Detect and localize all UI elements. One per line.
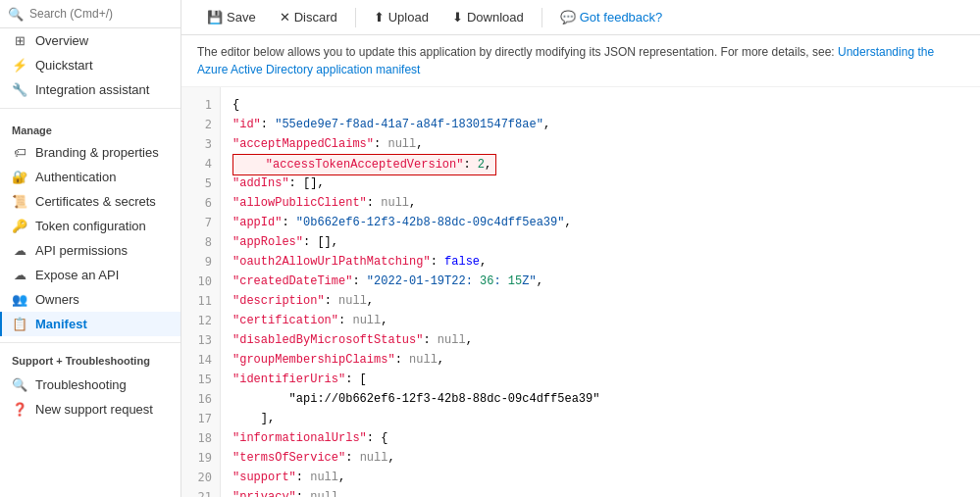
expose-icon: ☁ <box>12 268 27 282</box>
sidebar-item-new-support[interactable]: ❓ New support request <box>0 397 181 422</box>
feedback-icon: 💬 <box>560 10 576 25</box>
toolbar-divider <box>355 8 356 27</box>
sidebar-item-label: Manifest <box>35 317 87 331</box>
integration-icon: 🔧 <box>12 82 27 97</box>
sidebar-item-troubleshooting[interactable]: 🔍 Troubleshooting <box>0 373 181 397</box>
sidebar-item-integration[interactable]: 🔧 Integration assistant <box>0 77 181 102</box>
owners-icon: 👥 <box>12 292 27 307</box>
sidebar-item-token[interactable]: 🔑 Token configuration <box>0 214 181 238</box>
search-icon: 🔍 <box>8 7 24 22</box>
save-icon: 💾 <box>207 10 223 25</box>
feedback-button[interactable]: 💬 Got feedback? <box>550 6 673 28</box>
description-bar: The editor below allows you to update th… <box>181 35 980 87</box>
search-bar[interactable]: 🔍 » <box>0 0 181 28</box>
sidebar-item-authentication[interactable]: 🔐 Authentication <box>0 165 181 189</box>
sidebar-item-overview[interactable]: ⊞ Overview <box>0 28 181 53</box>
sidebar-item-label: API permissions <box>35 243 128 258</box>
sidebar-item-owners[interactable]: 👥 Owners <box>0 287 181 312</box>
upload-icon: ⬆ <box>374 10 385 25</box>
support-section-header: Support + Troubleshooting <box>0 349 181 373</box>
download-button[interactable]: ⬇ Download <box>442 6 534 28</box>
discard-button[interactable]: ✕ Discard <box>270 6 347 28</box>
line-numbers: 1234567891011121314151617181920212223242… <box>181 87 221 497</box>
divider <box>0 108 181 109</box>
toolbar: 💾 Save ✕ Discard ⬆ Upload ⬇ Download 💬 G… <box>181 0 980 35</box>
upload-button[interactable]: ⬆ Upload <box>364 6 438 28</box>
search-input[interactable] <box>29 7 177 21</box>
overview-icon: ⊞ <box>12 33 27 48</box>
branding-icon: 🏷 <box>12 145 27 160</box>
sidebar-item-api-permissions[interactable]: ☁ API permissions <box>0 238 181 263</box>
sidebar-item-label: Authentication <box>35 170 116 184</box>
code-editor[interactable]: { "id": "55ede9e7-f8ad-41a7-a84f-1830154… <box>221 87 980 497</box>
sidebar-item-certificates[interactable]: 📜 Certificates & secrets <box>0 189 181 214</box>
troubleshoot-icon: 🔍 <box>12 377 27 392</box>
sidebar-item-label: Integration assistant <box>35 82 149 97</box>
sidebar: 🔍 » ⊞ Overview ⚡ Quickstart 🔧 Integratio… <box>0 0 181 497</box>
cert-icon: 📜 <box>12 194 27 209</box>
sidebar-item-expose-api[interactable]: ☁ Expose an API <box>0 263 181 287</box>
editor-area: 1234567891011121314151617181920212223242… <box>181 87 980 497</box>
sidebar-item-label: Branding & properties <box>35 145 159 160</box>
divider2 <box>0 342 181 343</box>
sidebar-item-label: Owners <box>35 292 79 307</box>
support-icon: ❓ <box>12 402 27 417</box>
sidebar-item-label: Certificates & secrets <box>35 194 156 209</box>
manage-section-header: Manage <box>0 115 181 140</box>
sidebar-item-label: Troubleshooting <box>35 377 127 392</box>
discard-icon: ✕ <box>280 10 290 25</box>
sidebar-item-label: Quickstart <box>35 58 93 73</box>
sidebar-item-label: New support request <box>35 402 153 417</box>
token-icon: 🔑 <box>12 219 27 233</box>
main-content: 💾 Save ✕ Discard ⬆ Upload ⬇ Download 💬 G… <box>181 0 980 497</box>
sidebar-item-label: Expose an API <box>35 268 119 282</box>
toolbar-divider2 <box>542 8 542 27</box>
auth-icon: 🔐 <box>12 170 27 184</box>
quickstart-icon: ⚡ <box>12 58 27 73</box>
sidebar-item-manifest[interactable]: 📋 Manifest <box>0 312 181 336</box>
api-icon: ☁ <box>12 243 27 258</box>
sidebar-item-branding[interactable]: 🏷 Branding & properties <box>0 140 181 165</box>
description-text: The editor below allows you to update th… <box>197 45 835 59</box>
sidebar-item-quickstart[interactable]: ⚡ Quickstart <box>0 53 181 77</box>
download-icon: ⬇ <box>452 10 463 25</box>
sidebar-item-label: Overview <box>35 33 88 48</box>
save-button[interactable]: 💾 Save <box>197 6 266 28</box>
sidebar-item-label: Token configuration <box>35 219 146 233</box>
manifest-icon: 📋 <box>12 317 27 331</box>
